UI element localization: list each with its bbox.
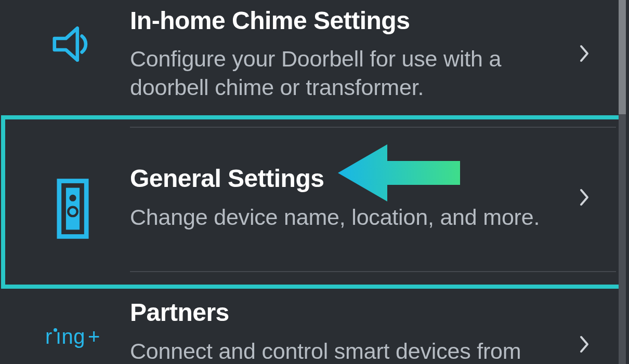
divider bbox=[130, 271, 616, 272]
settings-list: In-home Chime Settings Configure your Do… bbox=[0, 0, 616, 364]
divider bbox=[130, 127, 616, 128]
list-item-chime[interactable]: In-home Chime Settings Configure your Do… bbox=[0, 0, 616, 104]
list-item-partners[interactable]: rıng+ Partners Connect and control smart… bbox=[0, 278, 616, 364]
scrollbar-thumb[interactable] bbox=[619, 0, 626, 114]
item-subtitle: Connect and control smart devices from bbox=[130, 337, 548, 364]
item-title: General Settings bbox=[130, 165, 548, 193]
chevron-right-icon bbox=[579, 45, 591, 64]
item-subtitle: Change device name, location, and more. bbox=[130, 203, 548, 232]
doorbell-icon bbox=[55, 178, 91, 242]
item-title: In-home Chime Settings bbox=[130, 7, 548, 35]
svg-point-2 bbox=[69, 195, 76, 201]
ringplus-icon: rıng+ bbox=[45, 325, 100, 348]
list-item-general[interactable]: General Settings Change device name, loc… bbox=[0, 115, 616, 271]
chevron-right-icon bbox=[579, 335, 591, 355]
chevron-right-icon bbox=[579, 188, 591, 208]
item-subtitle: Configure your Doorbell for use with a d… bbox=[130, 45, 548, 102]
item-title: Partners bbox=[130, 299, 548, 327]
speaker-icon bbox=[44, 16, 101, 75]
